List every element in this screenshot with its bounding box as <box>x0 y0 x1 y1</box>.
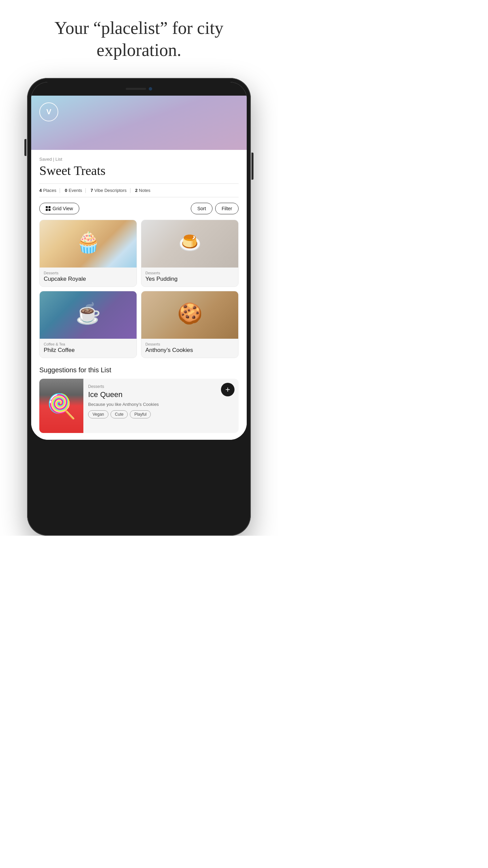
controls-row: Grid View Sort Filter <box>39 203 239 214</box>
coffee-image <box>40 291 137 339</box>
grid-view-button[interactable]: Grid View <box>39 203 79 214</box>
speaker <box>126 88 146 90</box>
hero-tagline: Your “placelist” for city exploration. <box>0 17 278 61</box>
pudding-image <box>141 220 238 268</box>
sort-label: Sort <box>197 206 206 211</box>
cupcake-image <box>40 220 137 268</box>
place-card[interactable]: Desserts Yes Pudding <box>141 220 239 287</box>
place-info: Desserts Cupcake Royale <box>40 268 137 287</box>
tag-playful[interactable]: Playful <box>130 410 151 418</box>
grid-view-label: Grid View <box>53 206 73 211</box>
grid-icon <box>46 206 50 211</box>
place-category: Desserts <box>145 342 234 346</box>
camera <box>149 87 152 91</box>
suggestion-info: Desserts Ice Queen Because you like Anth… <box>83 379 239 433</box>
notes-label: Notes <box>139 188 150 193</box>
notch <box>105 82 173 94</box>
place-card[interactable]: Coffee & Tea Philz Coffee <box>39 291 137 358</box>
phone-frame: V Saved | List Sweet Treats 4 Places 0 E… <box>27 78 251 536</box>
vibes-label: Vibe Descriptors <box>94 188 126 193</box>
stat-places: 4 Places <box>39 188 56 193</box>
tag-cute[interactable]: Cute <box>110 410 128 418</box>
sort-button[interactable]: Sort <box>191 203 212 214</box>
suggestion-name: Ice Queen <box>88 390 234 399</box>
stat-vibes: 7 Vibe Descriptors <box>82 188 126 193</box>
suggestion-reason: Because you like Anthony’s Cookies <box>88 402 234 407</box>
filter-label: Filter <box>222 206 232 211</box>
tag-vegan[interactable]: Vegan <box>88 410 108 418</box>
list-title: Sweet Treats <box>39 163 239 178</box>
add-suggestion-button[interactable]: + <box>221 383 235 396</box>
events-count: 0 <box>65 188 67 193</box>
place-category: Coffee & Tea <box>44 342 133 346</box>
stat-notes: 2 Notes <box>127 188 150 193</box>
place-info: Coffee & Tea Philz Coffee <box>40 339 137 358</box>
places-grid: Desserts Cupcake Royale Desserts Yes Pud… <box>39 220 239 358</box>
places-label: Places <box>43 188 56 193</box>
app-logo[interactable]: V <box>39 102 58 121</box>
filter-button[interactable]: Filter <box>215 203 239 214</box>
tags-row: Vegan Cute Playful <box>88 410 234 418</box>
sort-filter-group: Sort Filter <box>191 203 239 214</box>
stats-row: 4 Places 0 Events 7 Vibe Descriptors 2 N… <box>39 183 239 197</box>
place-category: Desserts <box>44 271 133 275</box>
place-name: Yes Pudding <box>145 276 234 282</box>
stat-events: 0 Events <box>56 188 82 193</box>
place-category: Desserts <box>145 271 234 275</box>
place-name: Anthony’s Cookies <box>145 347 234 354</box>
list-meta: Saved | List <box>39 157 239 162</box>
notes-count: 2 <box>135 188 138 193</box>
place-name: Philz Coffee <box>44 347 133 354</box>
cookies-image <box>141 291 238 339</box>
place-info: Desserts Anthony’s Cookies <box>141 339 238 358</box>
places-count: 4 <box>39 188 42 193</box>
app-header: V <box>31 96 247 150</box>
vibes-count: 7 <box>90 188 93 193</box>
suggestion-card[interactable]: Desserts Ice Queen Because you like Anth… <box>39 379 239 433</box>
phone-screen: V Saved | List Sweet Treats 4 Places 0 E… <box>31 82 247 440</box>
place-card[interactable]: Desserts Cupcake Royale <box>39 220 137 287</box>
logo-letter: V <box>46 107 52 116</box>
suggestion-category: Desserts <box>88 384 234 389</box>
app-content: Saved | List Sweet Treats 4 Places 0 Eve… <box>31 150 247 440</box>
place-name: Cupcake Royale <box>44 276 133 282</box>
suggestion-image <box>39 379 83 433</box>
place-card[interactable]: Desserts Anthony’s Cookies <box>141 291 239 358</box>
suggestions-title: Suggestions for this List <box>39 366 239 374</box>
place-info: Desserts Yes Pudding <box>141 268 238 287</box>
notch-area <box>31 82 247 96</box>
events-label: Events <box>69 188 82 193</box>
